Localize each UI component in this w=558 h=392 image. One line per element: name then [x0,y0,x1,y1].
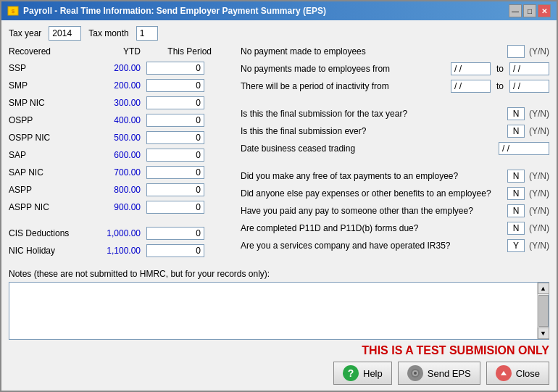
row-sapnic-period[interactable] [146,166,204,179]
final-ever-yn: (Y/N) [529,126,549,136]
expenses-row: Did anyone else pay expenses or other be… [241,187,549,200]
no-payments-from-label: No payments made to employees from [241,64,446,74]
minimize-button[interactable]: — [509,4,522,17]
button-row: ? Help Send EPS [333,362,549,385]
row-sap-ytd: 600.00 [74,150,146,160]
someone-else-label: Have you paid any pay to someone other t… [241,206,503,216]
someone-else-input[interactable] [507,204,525,217]
row-sap-period[interactable] [146,149,204,162]
notes-label: Notes (these are not submitted to HMRC, … [9,269,549,279]
someone-else-row: Have you paid any pay to someone other t… [241,204,549,217]
free-tax-input[interactable] [507,170,525,183]
row-osppnic-period[interactable] [146,131,204,144]
send-eps-button[interactable]: Send EPS [398,362,480,385]
main-window: $ Payroll - Real Time Information: Send … [0,0,558,392]
inactivity-to-date[interactable] [509,80,549,93]
table-row: SAP 600.00 [9,148,233,162]
svg-text:$: $ [12,8,15,14]
table-row: OSPP 400.00 [9,113,233,128]
tax-month-input[interactable] [136,26,158,41]
no-payments-to-date[interactable] [509,62,549,75]
p11d-label: Are completed P11D and P11D(b) forms due… [241,223,503,233]
scroll-up-button[interactable]: ▲ [538,283,549,294]
row-sapnic-name: SAP NIC [9,167,74,178]
table-row: CIS Deductions 1,000.00 [9,226,233,241]
row-smpnic-name: SMP NIC [9,98,74,108]
row-cis-period[interactable] [146,227,204,240]
row-osppnic-name: OSPP NIC [9,133,74,143]
svg-marker-5 [501,371,507,375]
tax-year-label: Tax year [9,28,41,38]
maximize-button[interactable]: □ [523,4,536,17]
inactivity-row: There will be a period of inactivity fro… [241,80,549,93]
scrollbar-track: ▲ ▼ [537,283,549,339]
table-row: ASPP 800.00 [9,183,233,197]
ceased-label: Date business ceased trading [241,143,494,154]
free-tax-label: Did you make any free of tax payments to… [241,171,503,181]
no-payments-from-row: No payments made to employees from to [241,62,549,75]
main-content: Tax year Tax month Recovered YTD This Pe… [1,20,557,391]
row-smp-name: SMP [9,80,74,91]
row-ospp-period[interactable] [146,114,204,127]
row-asppnic-period[interactable] [146,201,204,214]
row-smp-period[interactable] [146,79,204,92]
row-osppnic-ytd: 500.00 [74,133,146,143]
someone-else-yn: (Y/N) [529,206,549,216]
notes-textarea[interactable] [9,283,537,339]
title-bar-left: $ Payroll - Real Time Information: Send … [7,5,326,17]
final-ever-row: Is this the final submission ever? (Y/N) [241,125,549,138]
row-smpnic-ytd: 300.00 [74,98,146,108]
main-area: Recovered YTD This Period SSP 200.00 SMP… [9,45,549,264]
send-label: Send EPS [428,368,471,379]
row-nic-ytd: 1,100.00 [74,246,146,256]
final-tax-row: Is this the final submission for the tax… [241,107,549,120]
to-label1: to [496,64,504,74]
final-tax-yn: (Y/N) [529,109,549,119]
table-header: Recovered YTD This Period [9,45,233,58]
left-panel: Recovered YTD This Period SSP 200.00 SMP… [9,45,233,264]
table-row: SMP 200.00 [9,78,233,93]
col-period-header: This Period [146,46,212,57]
close-icon [496,365,512,381]
tax-month-label: Tax month [88,28,128,38]
final-ever-label: Is this the final submission ever? [241,126,503,136]
col-recovered-header: Recovered [9,46,74,57]
p11d-input[interactable] [507,222,525,235]
final-tax-input[interactable] [507,107,525,120]
row-smpnic-period[interactable] [146,96,204,109]
row-asppnic-ytd: 900.00 [74,202,146,212]
help-button[interactable]: ? Help [333,362,392,385]
window-close-button[interactable]: ✕ [538,4,551,17]
row-aspp-period[interactable] [146,183,204,196]
p11d-yn: (Y/N) [529,223,549,233]
to-label2: to [496,81,504,91]
tax-year-input[interactable] [49,26,81,41]
scroll-down-button[interactable]: ▼ [538,328,549,339]
close-label: Close [516,368,540,379]
expenses-input[interactable] [507,187,525,200]
window-title: Payroll - Real Time Information: Send Em… [23,6,326,16]
svg-point-4 [414,372,417,375]
final-ever-input[interactable] [507,125,525,138]
row-cis-ytd: 1,000.00 [74,228,146,238]
table-row: OSPP NIC 500.00 [9,130,233,145]
row-ssp-ytd: 200.00 [74,63,146,73]
ir35-input[interactable] [507,239,525,252]
row-ospp-ytd: 400.00 [74,115,146,125]
table-row: ASPP NIC 900.00 [9,200,233,214]
free-tax-row: Did you make any free of tax payments to… [241,170,549,183]
scrollbar-thumb[interactable] [538,295,549,327]
no-payments-from-date[interactable] [451,62,491,75]
ir35-row: Are you a services company and have oper… [241,239,549,252]
ceased-date[interactable] [499,142,549,155]
close-button[interactable]: Close [486,362,549,385]
inactivity-from-date[interactable] [451,80,491,93]
help-label: Help [363,368,383,379]
row-cis-name: CIS Deductions [9,228,74,238]
row-ssp-name: SSP [9,63,74,73]
notes-section: Notes (these are not submitted to HMRC, … [9,269,549,340]
row-sap-name: SAP [9,150,74,160]
row-ssp-period[interactable] [146,62,204,75]
row-nic-period[interactable] [146,244,204,257]
no-payment-input[interactable] [507,45,525,58]
